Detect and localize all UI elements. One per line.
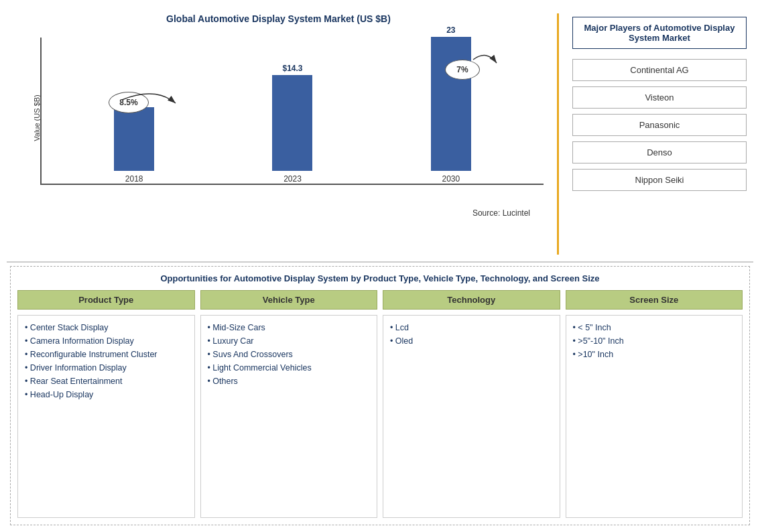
product-item-3: Reconfigurable Instrument Cluster xyxy=(25,348,188,361)
category-col-product: Product Type Center Stack Display Camera… xyxy=(17,290,195,518)
player-panasonic: Panasonic xyxy=(572,114,747,136)
main-container: Global Automotive Display System Market … xyxy=(0,0,760,532)
screen-size-items: < 5" Inch >5"-10" Inch >10" Inch xyxy=(566,315,743,518)
bar-group-2023: $14.3 2023 xyxy=(272,64,312,184)
bar-year-2018: 2018 xyxy=(125,174,143,184)
category-col-screen: Screen Size < 5" Inch >5"-10" Inch >10" … xyxy=(566,290,743,518)
arrow-svg-1 xyxy=(102,83,182,117)
bars-container: $9.5 2018 $14.3 2023 23 2030 xyxy=(40,38,544,185)
screen-size-header: Screen Size xyxy=(566,290,743,310)
player-denso: Denso xyxy=(572,141,747,163)
chart-area: Global Automotive Display System Market … xyxy=(0,7,557,261)
category-col-technology: Technology Lcd Oled xyxy=(383,290,560,518)
bar-year-2023: 2023 xyxy=(283,174,302,184)
players-title: Major Players of Automotive Display Syst… xyxy=(572,17,747,49)
top-section: Global Automotive Display System Market … xyxy=(0,0,760,261)
bar-2018 xyxy=(114,107,154,171)
player-visteon: Visteon xyxy=(572,86,747,109)
horizontal-divider xyxy=(7,261,753,263)
bar-2023 xyxy=(272,75,312,171)
product-item-5: Rear Seat Entertainment xyxy=(25,375,188,388)
product-item-6: Head-Up Display xyxy=(25,388,188,401)
product-item-1: Center Stack Display xyxy=(25,321,188,334)
chart-wrapper: Value (US $B) $9.5 2018 $14.3 2023 xyxy=(13,31,544,205)
chart-title: Global Automotive Display System Market … xyxy=(166,13,391,24)
product-item-2: Camera Information Display xyxy=(25,334,188,348)
category-col-vehicle: Vehicle Type Mid-Size Cars Luxury Car Su… xyxy=(200,290,378,518)
screen-item-2: >5"-10" Inch xyxy=(573,334,736,348)
vehicle-item-3: Suvs And Crossovers xyxy=(208,348,371,361)
bar-label-2023: $14.3 xyxy=(282,64,302,73)
screen-item-1: < 5" Inch xyxy=(573,321,736,334)
vehicle-item-4: Light Commercial Vehicles xyxy=(208,361,371,375)
vehicle-type-header: Vehicle Type xyxy=(200,290,378,310)
bottom-section: Opportunities for Automotive Display Sys… xyxy=(10,266,750,525)
source-text: Source: Lucintel xyxy=(472,208,530,218)
vehicle-item-1: Mid-Size Cars xyxy=(208,321,371,334)
player-continental: Continental AG xyxy=(572,59,747,81)
bar-label-2030: 23 xyxy=(446,25,455,35)
tech-item-2: Oled xyxy=(390,334,553,348)
technology-header: Technology xyxy=(383,290,560,310)
tech-item-1: Lcd xyxy=(390,321,553,334)
opportunities-title: Opportunities for Automotive Display Sys… xyxy=(17,273,743,283)
player-nippon: Nippon Seiki xyxy=(572,169,747,191)
vehicle-item-5: Others xyxy=(208,375,371,388)
screen-item-3: >10" Inch xyxy=(573,348,736,361)
players-panel: Major Players of Automotive Display Syst… xyxy=(559,7,760,261)
categories-row: Product Type Center Stack Display Camera… xyxy=(17,290,743,518)
vehicle-type-items: Mid-Size Cars Luxury Car Suvs And Crosso… xyxy=(200,315,378,518)
product-item-4: Driver Information Display xyxy=(25,361,188,375)
arrow-svg-2 xyxy=(433,46,500,80)
y-axis-label: Value (US $B) xyxy=(33,94,41,141)
technology-items: Lcd Oled xyxy=(383,315,560,518)
product-type-items: Center Stack Display Camera Information … xyxy=(17,315,195,518)
product-type-header: Product Type xyxy=(17,290,195,310)
bar-year-2030: 2030 xyxy=(442,174,460,184)
vehicle-item-2: Luxury Car xyxy=(208,334,371,348)
